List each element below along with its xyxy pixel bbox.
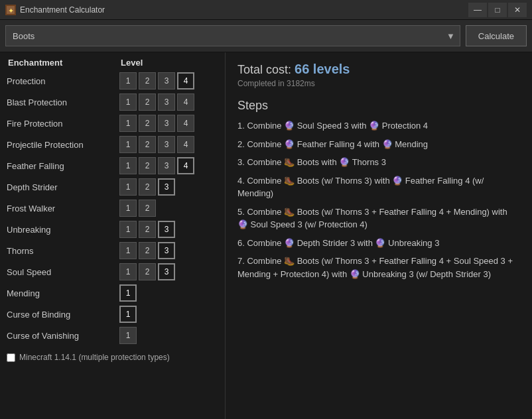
level-3-button[interactable]: 3 <box>158 221 175 238</box>
step-item: 1. Combine 🔮 Soul Speed 3 with 🔮 Protect… <box>237 119 520 133</box>
minecraft-version-label: Minecraft 1.14.1 (multiple protection ty… <box>19 353 170 362</box>
enchant-row: Curse of Binding1 <box>7 305 220 324</box>
item-select[interactable]: HelmetChestplateLeggingsBootsSwordPickax… <box>5 25 460 46</box>
level-buttons: 123 <box>119 178 175 196</box>
enchant-row: Curse of Vanishing1 <box>7 326 220 345</box>
col-level-header: Level <box>121 58 143 68</box>
level-2-button[interactable]: 2 <box>139 115 156 132</box>
level-2-button[interactable]: 2 <box>139 263 156 280</box>
enchant-name: Unbreaking <box>7 225 119 235</box>
minimize-button[interactable]: — <box>468 3 487 17</box>
level-3-button[interactable]: 3 <box>158 178 175 196</box>
level-1-button[interactable]: 1 <box>119 242 137 259</box>
enchant-name: Feather Falling <box>7 161 119 171</box>
level-2-button[interactable]: 2 <box>139 136 156 153</box>
level-1-button[interactable]: 1 <box>119 115 137 132</box>
col-enchant-header: Enchantment <box>8 58 121 68</box>
level-4-button[interactable]: 4 <box>177 136 194 153</box>
step-item: 2. Combine 🔮 Feather Falling 4 with 🔮 Me… <box>237 138 520 151</box>
level-4-button[interactable]: 4 <box>177 115 194 132</box>
level-buttons: 1 <box>119 327 137 344</box>
level-2-button[interactable]: 2 <box>139 200 156 217</box>
level-3-button[interactable]: 3 <box>158 115 175 132</box>
title-bar-controls: — □ ✕ <box>468 3 527 17</box>
level-1-button[interactable]: 1 <box>119 263 137 280</box>
enchant-row: Fire Protection1234 <box>7 114 220 133</box>
level-3-button[interactable]: 3 <box>158 93 175 111</box>
level-1-button[interactable]: 1 <box>119 284 137 302</box>
total-cost-line: Total cost: 66 levels <box>237 62 520 77</box>
app-icon: ✦ <box>5 5 16 15</box>
level-4-button[interactable]: 4 <box>177 72 194 90</box>
enchant-row: Feather Falling1234 <box>7 156 220 175</box>
enchant-name: Projectile Protection <box>7 140 119 150</box>
enchant-row: Mending1 <box>7 284 220 302</box>
level-3-button[interactable]: 3 <box>158 136 175 153</box>
total-cost-label: Total cost: <box>237 63 291 76</box>
level-3-button[interactable]: 3 <box>158 72 175 90</box>
level-1-button[interactable]: 1 <box>119 327 137 344</box>
level-1-button[interactable]: 1 <box>119 178 137 196</box>
enchant-rows: Protection1234Blast Protection1234Fire P… <box>7 72 220 345</box>
level-1-button[interactable]: 1 <box>119 136 137 153</box>
maximize-button[interactable]: □ <box>488 3 507 17</box>
level-1-button[interactable]: 1 <box>119 157 137 174</box>
step-item: 4. Combine 🥾 Boots (w/ Thorns 3) with 🔮 … <box>237 174 520 200</box>
level-buttons: 1234 <box>119 157 194 174</box>
step-item: 7. Combine 🥾 Boots (w/ Thorns 3 + Feathe… <box>237 255 520 280</box>
enchant-name: Protection <box>7 76 119 86</box>
level-1-button[interactable]: 1 <box>119 72 137 90</box>
level-2-button[interactable]: 2 <box>139 242 156 259</box>
svg-text:✦: ✦ <box>8 7 14 15</box>
level-2-button[interactable]: 2 <box>139 72 156 90</box>
column-headers: Enchantment Level <box>7 58 220 68</box>
enchant-row: Blast Protection1234 <box>7 93 220 111</box>
step-item: 3. Combine 🥾 Boots with 🔮 Thorns 3 <box>237 156 520 169</box>
calculate-button[interactable]: Calculate <box>466 25 527 46</box>
level-3-button[interactable]: 3 <box>158 157 175 174</box>
level-1-button[interactable]: 1 <box>119 200 137 217</box>
item-dropdown-wrapper: HelmetChestplateLeggingsBootsSwordPickax… <box>5 25 460 46</box>
step-item: 6. Combine 🔮 Depth Strider 3 with 🔮 Unbr… <box>237 237 520 250</box>
enchant-name: Frost Walker <box>7 204 119 213</box>
steps-title: Steps <box>237 99 520 113</box>
app-title: Enchantment Calculator <box>20 5 105 15</box>
right-panel: Total cost: 66 levels Completed in 3182m… <box>226 52 532 419</box>
enchant-row: Protection1234 <box>7 72 220 90</box>
level-buttons: 1234 <box>119 72 194 90</box>
level-buttons: 1234 <box>119 93 194 111</box>
completed-line: Completed in 3182ms <box>237 79 520 88</box>
level-1-button[interactable]: 1 <box>119 306 137 323</box>
title-bar: ✦ Enchantment Calculator — □ ✕ <box>0 0 532 20</box>
enchant-name: Soul Speed <box>7 267 119 277</box>
level-buttons: 123 <box>119 242 175 259</box>
enchant-name: Blast Protection <box>7 97 119 107</box>
level-2-button[interactable]: 2 <box>139 221 156 238</box>
level-2-button[interactable]: 2 <box>139 178 156 196</box>
minecraft-version-row: Minecraft 1.14.1 (multiple protection ty… <box>7 347 220 365</box>
steps-list: 1. Combine 🔮 Soul Speed 3 with 🔮 Protect… <box>237 119 520 280</box>
level-2-button[interactable]: 2 <box>139 157 156 174</box>
level-3-button[interactable]: 3 <box>158 263 175 280</box>
enchant-row: Frost Walker12 <box>7 199 220 217</box>
level-1-button[interactable]: 1 <box>119 93 137 111</box>
level-buttons: 123 <box>119 263 175 280</box>
total-cost-value: 66 levels <box>295 62 350 76</box>
enchant-row: Thorns123 <box>7 241 220 260</box>
level-3-button[interactable]: 3 <box>158 242 175 259</box>
level-4-button[interactable]: 4 <box>177 157 194 174</box>
enchant-name: Thorns <box>7 246 119 256</box>
left-panel: Enchantment Level Protection1234Blast Pr… <box>0 52 226 419</box>
toolbar: HelmetChestplateLeggingsBootsSwordPickax… <box>0 20 532 52</box>
close-button[interactable]: ✕ <box>508 3 527 17</box>
level-1-button[interactable]: 1 <box>119 221 137 238</box>
level-buttons: 12 <box>119 200 156 217</box>
level-4-button[interactable]: 4 <box>177 93 194 111</box>
level-2-button[interactable]: 2 <box>139 93 156 111</box>
enchant-name: Curse of Vanishing <box>7 331 119 341</box>
level-buttons: 123 <box>119 221 175 238</box>
enchant-row: Depth Strider123 <box>7 178 220 196</box>
minecraft-version-checkbox[interactable] <box>7 353 15 362</box>
level-buttons: 1 <box>119 284 137 302</box>
content-area: Enchantment Level Protection1234Blast Pr… <box>0 52 532 419</box>
